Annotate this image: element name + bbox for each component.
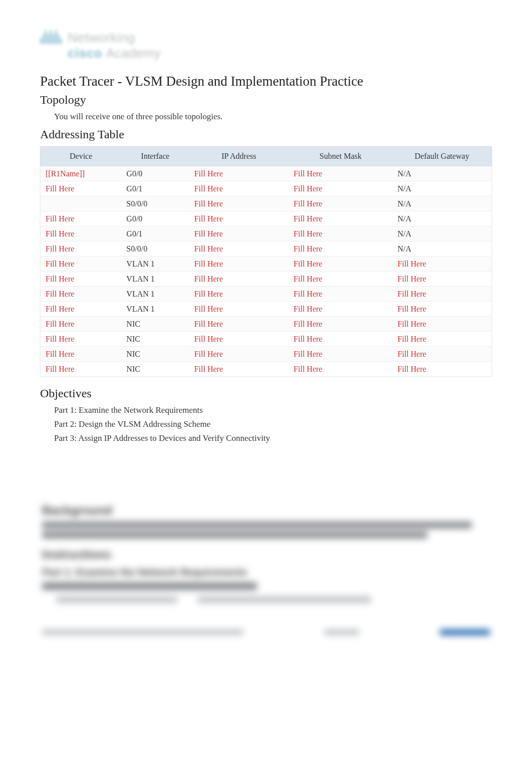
cell-device: Fill Here [40, 256, 121, 272]
header-interface: Interface [121, 146, 189, 166]
cell-interface: G0/0 [121, 211, 189, 226]
cell-interface: G0/0 [121, 166, 189, 181]
table-row: Fill HereG0/0Fill HereFill HereN/A [40, 211, 492, 226]
cell-device: Fill Here [40, 362, 121, 377]
brand-logo: Networking cisco Academy [40, 30, 492, 61]
cell-device: Fill Here [40, 181, 121, 196]
cell-gateway: N/A [393, 181, 492, 196]
cell-ip: Fill Here [189, 272, 289, 287]
cell-ip: Fill Here [189, 256, 289, 272]
table-row: Fill HereVLAN 1Fill HereFill HereFill He… [40, 287, 492, 302]
section-topology: Topology [40, 93, 492, 107]
cell-device: Fill Here [40, 272, 121, 287]
cell-gateway: Fill Here [393, 317, 492, 332]
cell-device: Fill Here [40, 317, 121, 332]
blurred-content: Background Instructions Part 1: Examine … [40, 503, 492, 653]
cell-interface: NIC [121, 332, 189, 347]
cell-ip: Fill Here [189, 166, 289, 181]
cell-gateway: N/A [393, 226, 492, 241]
cell-device: Fill Here [40, 241, 121, 256]
cell-device: Fill Here [40, 226, 121, 241]
cell-interface: NIC [121, 317, 189, 332]
table-header-row: Device Interface IP Address Subnet Mask … [40, 146, 492, 166]
cell-mask: Fill Here [289, 241, 392, 256]
cell-ip: Fill Here [189, 317, 289, 332]
header-ip: IP Address [189, 146, 289, 166]
cell-interface: G0/1 [121, 181, 189, 196]
logo-brand-text: cisco [68, 46, 102, 61]
cell-mask: Fill Here [289, 196, 392, 211]
cell-device: [[R1Name]] [40, 166, 121, 181]
cell-mask: Fill Here [289, 181, 392, 196]
table-row: Fill HereVLAN 1Fill HereFill HereFill He… [40, 302, 492, 317]
cell-ip: Fill Here [189, 302, 289, 317]
cell-mask: Fill Here [289, 211, 392, 226]
cell-interface: VLAN 1 [121, 272, 189, 287]
section-addressing-table: Addressing Table [40, 128, 492, 141]
cell-ip: Fill Here [189, 332, 289, 347]
cell-gateway: Fill Here [393, 256, 492, 272]
cell-ip: Fill Here [189, 181, 289, 196]
cell-gateway: Fill Here [393, 362, 492, 377]
cell-interface: G0/1 [121, 226, 189, 241]
header-mask: Subnet Mask [289, 146, 392, 166]
objective-item: Part 2: Design the VLSM Addressing Schem… [54, 419, 492, 429]
topology-description: You will receive one of three possible t… [54, 112, 492, 122]
cell-gateway: Fill Here [393, 332, 492, 347]
cell-device: Fill Here [40, 347, 121, 362]
blurred-subheading: Part 1: Examine the Network Requirements [42, 567, 490, 578]
objectives-list: Part 1: Examine the Network Requirements… [54, 405, 492, 443]
cell-ip: Fill Here [189, 287, 289, 302]
cell-mask: Fill Here [289, 317, 392, 332]
cell-mask: Fill Here [289, 362, 392, 377]
cell-mask: Fill Here [289, 302, 392, 317]
cell-interface: VLAN 1 [121, 302, 189, 317]
table-row: Fill HereNICFill HereFill HereFill Here [40, 317, 492, 332]
cell-mask: Fill Here [289, 332, 392, 347]
cell-device: Fill Here [40, 211, 121, 226]
table-row: Fill HereNICFill HereFill HereFill Here [40, 362, 492, 377]
cell-ip: Fill Here [189, 226, 289, 241]
logo-sub-text: Academy [106, 46, 160, 61]
cell-device: Fill Here [40, 332, 121, 347]
cell-mask: Fill Here [289, 256, 392, 272]
cell-ip: Fill Here [189, 241, 289, 256]
cell-device: Fill Here [40, 302, 121, 317]
cell-interface: S0/0/0 [121, 196, 189, 211]
objective-item: Part 1: Examine the Network Requirements [54, 405, 492, 415]
table-row: Fill HereVLAN 1Fill HereFill HereFill He… [40, 272, 492, 287]
cell-gateway: Fill Here [393, 302, 492, 317]
cell-ip: Fill Here [189, 362, 289, 377]
cell-mask: Fill Here [289, 226, 392, 241]
table-row: [[R1Name]]G0/0Fill HereFill HereN/A [40, 166, 492, 181]
cell-gateway: Fill Here [393, 347, 492, 362]
cell-gateway: N/A [393, 196, 492, 211]
page-footer [42, 626, 490, 638]
cell-interface: VLAN 1 [121, 256, 189, 272]
blurred-heading: Background [42, 503, 490, 517]
table-row: Fill HereG0/1Fill HereFill HereN/A [40, 226, 492, 241]
table-row: Fill HereVLAN 1Fill HereFill HereFill He… [40, 256, 492, 272]
cell-interface: NIC [121, 362, 189, 377]
logo-top-text: Networking [68, 30, 160, 46]
cell-gateway: Fill Here [393, 287, 492, 302]
table-row: Fill HereG0/1Fill HereFill HereN/A [40, 181, 492, 196]
addressing-table: Device Interface IP Address Subnet Mask … [40, 146, 492, 377]
cell-mask: Fill Here [289, 287, 392, 302]
cell-ip: Fill Here [189, 211, 289, 226]
document-title: Packet Tracer - VLSM Design and Implemen… [40, 74, 492, 89]
cell-gateway: N/A [393, 211, 492, 226]
cell-ip: Fill Here [189, 347, 289, 362]
table-row: S0/0/0Fill HereFill HereN/A [40, 196, 492, 211]
cell-device [40, 196, 121, 211]
section-objectives: Objectives [40, 387, 492, 400]
cell-ip: Fill Here [189, 196, 289, 211]
cell-interface: NIC [121, 347, 189, 362]
cell-mask: Fill Here [289, 166, 392, 181]
cell-gateway: N/A [393, 166, 492, 181]
cell-mask: Fill Here [289, 272, 392, 287]
cisco-bars-icon [40, 30, 62, 44]
header-gateway: Default Gateway [393, 146, 492, 166]
table-row: Fill HereS0/0/0Fill HereFill HereN/A [40, 241, 492, 256]
cell-device: Fill Here [40, 287, 121, 302]
